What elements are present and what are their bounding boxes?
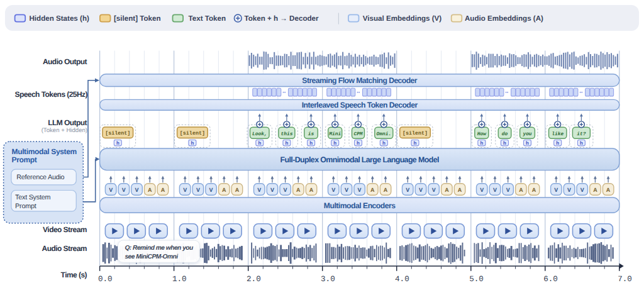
svg-text:this: this <box>280 131 292 137</box>
svg-text:Prompt: Prompt <box>12 155 37 164</box>
svg-text:A: A <box>235 187 240 193</box>
svg-text:Q: Remind me when you: Q: Remind me when you <box>125 245 194 252</box>
svg-text:h: h <box>309 141 313 147</box>
svg-text:A: A <box>296 187 301 193</box>
svg-text:V: V <box>183 187 187 193</box>
svg-text:Streaming Flow Matching Decode: Streaming Flow Matching Decoder <box>302 76 418 85</box>
svg-text:V: V <box>209 187 213 193</box>
svg-text:Full-Duplex Omnimodal Large La: Full-Duplex Omnimodal Large Language Mod… <box>280 155 439 164</box>
svg-text:h: h <box>285 141 288 147</box>
svg-text:[silent]: [silent] <box>180 130 205 136</box>
svg-text:[silent]: [silent] <box>105 130 130 136</box>
svg-text:V: V <box>109 187 113 193</box>
svg-text:(Token + Hidden): (Token + Hidden) <box>42 127 87 134</box>
svg-text:V: V <box>580 187 584 193</box>
svg-text:V: V <box>480 187 484 193</box>
svg-text:h: h <box>191 141 194 147</box>
svg-text:[silent] Token: [silent] Token <box>114 14 161 23</box>
svg-text:Token + h → Decoder: Token + h → Decoder <box>245 14 319 23</box>
svg-text:it?: it? <box>577 131 586 137</box>
svg-text:V: V <box>554 187 558 193</box>
svg-text:6.0: 6.0 <box>543 275 558 284</box>
svg-text:3.0: 3.0 <box>321 275 335 284</box>
svg-text:do: do <box>502 131 508 137</box>
svg-text:Visual Embeddings (V): Visual Embeddings (V) <box>363 14 442 23</box>
svg-text:2.0: 2.0 <box>247 275 261 284</box>
svg-text:see MiniCPM-Omni: see MiniCPM-Omni <box>125 253 178 260</box>
svg-text:V: V <box>270 187 274 193</box>
svg-text:A: A <box>593 187 597 193</box>
svg-text:Prompt: Prompt <box>15 203 36 210</box>
svg-text:V: V <box>432 187 436 193</box>
svg-text:A: A <box>370 187 375 193</box>
svg-text:[silent]: [silent] <box>402 130 428 136</box>
svg-text:Hidden States (h): Hidden States (h) <box>30 14 89 23</box>
svg-text:V: V <box>122 187 126 193</box>
svg-text:like: like <box>552 131 564 137</box>
svg-text:Video Stream: Video Stream <box>43 225 87 234</box>
svg-text:h: h <box>526 141 529 147</box>
svg-text:Text Token: Text Token <box>189 14 226 23</box>
svg-text:Time (s): Time (s) <box>61 270 87 279</box>
svg-text:h: h <box>580 141 583 147</box>
svg-text:is: is <box>308 131 314 137</box>
svg-text:V: V <box>196 187 200 193</box>
svg-text:h: h <box>414 141 417 147</box>
svg-text:V: V <box>406 187 409 193</box>
svg-text:V: V <box>345 187 348 193</box>
svg-text:Speech Tokens (25Hz): Speech Tokens (25Hz) <box>15 90 88 99</box>
svg-text:A: A <box>606 187 611 193</box>
svg-text:How: How <box>477 131 487 137</box>
svg-text:A: A <box>148 187 152 193</box>
svg-text:h: h <box>258 141 261 147</box>
svg-text:V: V <box>331 187 335 193</box>
svg-text:V: V <box>567 187 571 193</box>
svg-text:h: h <box>480 141 483 147</box>
svg-text:7.0: 7.0 <box>618 275 632 284</box>
svg-text:h: h <box>503 141 506 147</box>
svg-text:h: h <box>382 141 386 147</box>
svg-text:Omni.: Omni. <box>376 131 391 137</box>
svg-text:Audio Stream: Audio Stream <box>42 244 87 253</box>
svg-text:Look,: Look, <box>252 131 267 137</box>
svg-text:Mini: Mini <box>328 131 341 137</box>
svg-text:Audio Output: Audio Output <box>43 57 87 66</box>
svg-text:h: h <box>333 141 336 147</box>
svg-text:h: h <box>556 141 559 147</box>
svg-text:Multimodal System: Multimodal System <box>12 147 77 156</box>
svg-text:Interleaved Speech Token Decod: Interleaved Speech Token Decoder <box>302 101 418 109</box>
svg-text:V: V <box>506 187 510 193</box>
svg-text:h: h <box>116 141 119 147</box>
svg-text:you: you <box>522 131 531 137</box>
svg-text:A: A <box>519 187 523 193</box>
svg-text:V: V <box>358 187 362 193</box>
svg-text:A: A <box>445 187 449 193</box>
svg-text:4.0: 4.0 <box>395 275 409 284</box>
svg-text:0.0: 0.0 <box>98 275 113 284</box>
svg-text:A: A <box>161 187 165 193</box>
svg-text:V: V <box>493 187 497 193</box>
svg-text:5.0: 5.0 <box>469 275 484 284</box>
svg-text:Text System: Text System <box>15 194 50 201</box>
svg-text:V: V <box>257 187 261 193</box>
svg-text:A: A <box>458 187 462 193</box>
svg-text:A: A <box>384 187 388 193</box>
svg-text:A: A <box>532 187 536 193</box>
svg-text:Audio Embeddings (A): Audio Embeddings (A) <box>465 14 543 23</box>
svg-text:1.0: 1.0 <box>172 275 187 284</box>
svg-text:CPM: CPM <box>353 131 362 137</box>
svg-text:V: V <box>135 187 139 193</box>
svg-text:A: A <box>222 187 226 193</box>
svg-text:h: h <box>357 141 360 147</box>
svg-text:V: V <box>284 187 287 193</box>
svg-text:LLM Output: LLM Output <box>48 118 87 127</box>
svg-text:Multimodal Encoders: Multimodal Encoders <box>324 201 396 210</box>
svg-text:A: A <box>309 187 314 193</box>
svg-text:Reference Audio: Reference Audio <box>16 174 64 181</box>
svg-text:V: V <box>419 187 423 193</box>
